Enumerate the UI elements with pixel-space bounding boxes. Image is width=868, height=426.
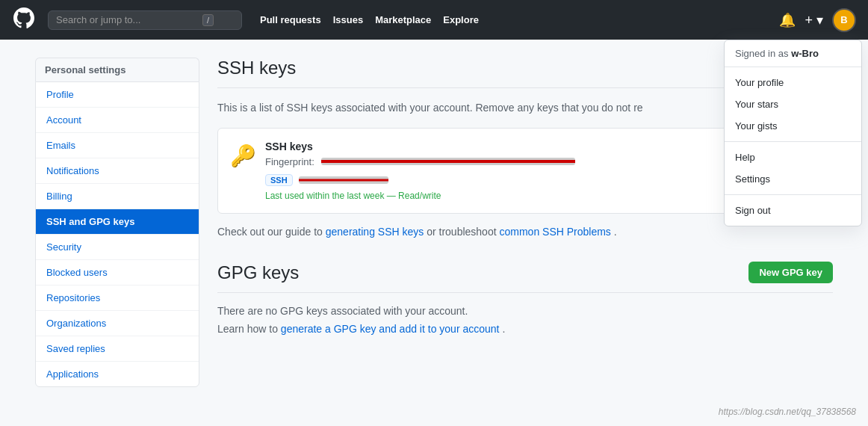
search-input[interactable] [56, 14, 198, 25]
gpg-section: GPG keys New GPG key There are no GPG ke… [217, 262, 833, 335]
sidebar-item-notifications[interactable]: Notifications [36, 158, 199, 184]
gpg-learn-text: Learn how to generate a GPG key and add … [217, 323, 833, 335]
user-dropdown: Signed in as w-Bro Your profile Your sta… [724, 40, 862, 226]
dropdown-signed-in: Signed in as w-Bro [725, 40, 861, 67]
sidebar: Personal settings Profile Account Emails… [35, 58, 199, 387]
generate-gpg-key-link[interactable]: generate a GPG key and add it to your ac… [281, 323, 500, 335]
sidebar-item-profile[interactable]: Profile [36, 82, 199, 108]
sidebar-item-saved-replies[interactable]: Saved replies [36, 336, 199, 362]
dropdown-section-profile: Your profile Your stars Your gists [725, 67, 861, 142]
dropdown-sign-out[interactable]: Sign out [725, 200, 861, 221]
dropdown-help[interactable]: Help [725, 146, 861, 168]
main-header: / Pull requests Issues Marketplace Explo… [0, 0, 868, 40]
key-hash-redacted [299, 176, 388, 185]
dropdown-settings[interactable]: Settings [725, 168, 861, 190]
header-nav: Pull requests Issues Marketplace Explore [260, 14, 479, 25]
sidebar-item-account[interactable]: Account [36, 108, 199, 133]
sidebar-item-ssh-gpg-keys[interactable]: SSH and GPG keys [36, 209, 199, 235]
dropdown-section-signout: Sign out [725, 195, 861, 226]
new-item-button[interactable]: + ▾ [805, 12, 823, 28]
sidebar-nav: Profile Account Emails Notifications Bil… [35, 81, 199, 387]
header-right: 🔔 + ▾ B [779, 8, 856, 32]
sidebar-active-item-container: SSH and GPG keys [36, 209, 199, 235]
dropdown-username: w-Bro [791, 48, 819, 59]
dropdown-section-help: Help Settings [725, 142, 861, 195]
nav-explore[interactable]: Explore [443, 14, 479, 25]
dropdown-your-gists[interactable]: Your gists [725, 115, 861, 137]
sidebar-item-security[interactable]: Security [36, 235, 199, 260]
nav-pull-requests[interactable]: Pull requests [260, 14, 321, 25]
guide-text: Check out our guide to generating SSH ke… [217, 226, 833, 238]
sidebar-item-repositories[interactable]: Repositories [36, 285, 199, 311]
dropdown-your-profile[interactable]: Your profile [725, 72, 861, 93]
common-ssh-problems-link[interactable]: common SSH Problems [499, 226, 610, 238]
avatar-menu-button[interactable]: B [832, 8, 856, 32]
dropdown-your-stars[interactable]: Your stars [725, 93, 861, 115]
sidebar-item-blocked-users[interactable]: Blocked users [36, 260, 199, 285]
nav-marketplace[interactable]: Marketplace [375, 14, 431, 25]
slash-badge: / [202, 14, 214, 26]
gpg-title: GPG keys [217, 262, 299, 283]
gpg-header: GPG keys New GPG key [217, 262, 833, 293]
github-logo[interactable] [12, 6, 36, 34]
new-gpg-key-button[interactable]: New GPG key [748, 262, 833, 283]
ssh-badge: SSH [265, 174, 293, 186]
page-layout: Personal settings Profile Account Emails… [23, 58, 845, 387]
key-icon: 🔑 [230, 143, 256, 168]
sidebar-item-organizations[interactable]: Organizations [36, 311, 199, 336]
notifications-button[interactable]: 🔔 [779, 12, 796, 28]
sidebar-title: Personal settings [35, 58, 199, 81]
nav-issues[interactable]: Issues [333, 14, 363, 25]
sidebar-item-billing[interactable]: Billing [36, 184, 199, 209]
fingerprint-redacted [321, 155, 575, 167]
gpg-empty-message: There are no GPG keys associated with yo… [217, 305, 833, 317]
avatar-initials: B [840, 14, 847, 25]
generating-ssh-keys-link[interactable]: generating SSH keys [326, 226, 424, 238]
search-box[interactable]: / [48, 10, 242, 30]
sidebar-item-applications[interactable]: Applications [36, 362, 199, 386]
sidebar-item-emails[interactable]: Emails [36, 133, 199, 158]
